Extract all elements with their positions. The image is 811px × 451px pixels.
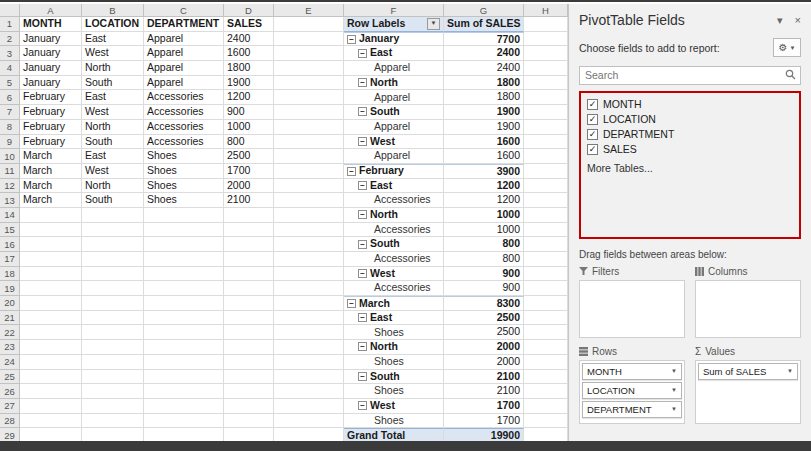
row-header-15[interactable]: 15 bbox=[0, 223, 20, 238]
row-header-16[interactable]: 16 bbox=[0, 237, 20, 252]
checkbox-location[interactable]: ✓ bbox=[587, 114, 598, 125]
pivot-label-cell[interactable]: Apparel bbox=[344, 61, 444, 76]
pivot-value-cell[interactable]: 800 bbox=[444, 252, 524, 267]
pivot-label-cell[interactable]: −West bbox=[344, 135, 444, 150]
row-header-26[interactable]: 26 bbox=[0, 384, 20, 399]
cell[interactable] bbox=[524, 370, 568, 385]
cell[interactable] bbox=[20, 267, 82, 282]
cell[interactable]: North bbox=[82, 61, 144, 76]
pivot-label-cell[interactable]: Accessories bbox=[344, 223, 444, 238]
cell[interactable] bbox=[274, 267, 344, 282]
cell[interactable]: Accessories bbox=[144, 120, 224, 135]
cell[interactable] bbox=[524, 149, 568, 164]
pivot-value-cell[interactable]: 900 bbox=[444, 281, 524, 296]
cell[interactable] bbox=[274, 149, 344, 164]
cell[interactable] bbox=[144, 281, 224, 296]
pivot-value-cell[interactable]: 1700 bbox=[444, 414, 524, 429]
cell[interactable] bbox=[20, 237, 82, 252]
row-header-19[interactable]: 19 bbox=[0, 281, 20, 296]
cell[interactable] bbox=[524, 164, 568, 179]
cell[interactable]: March bbox=[20, 164, 82, 179]
row-header-21[interactable]: 21 bbox=[0, 311, 20, 326]
cell[interactable] bbox=[82, 384, 144, 399]
pivot-value-cell[interactable]: 1200 bbox=[444, 193, 524, 208]
cell[interactable]: MONTH bbox=[20, 17, 82, 32]
cell[interactable]: 1600 bbox=[224, 46, 274, 61]
row-header-28[interactable]: 28 bbox=[0, 414, 20, 429]
cell[interactable]: North bbox=[82, 120, 144, 135]
row-header-6[interactable]: 6 bbox=[0, 90, 20, 105]
cell[interactable] bbox=[274, 61, 344, 76]
cell[interactable]: Apparel bbox=[144, 76, 224, 91]
cell[interactable] bbox=[524, 281, 568, 296]
cell[interactable]: 800 bbox=[224, 135, 274, 150]
pivot-label-cell[interactable]: −February bbox=[344, 164, 444, 179]
cell[interactable]: West bbox=[82, 164, 144, 179]
pivot-value-cell[interactable]: 1000 bbox=[444, 223, 524, 238]
cell[interactable] bbox=[524, 414, 568, 429]
pivot-label-cell[interactable]: −North bbox=[344, 340, 444, 355]
cell[interactable]: 2500 bbox=[224, 149, 274, 164]
field-item-sales[interactable]: ✓ SALES bbox=[587, 142, 793, 157]
cell[interactable] bbox=[20, 296, 82, 311]
cell[interactable] bbox=[144, 311, 224, 326]
cell[interactable] bbox=[274, 223, 344, 238]
collapse-button[interactable]: − bbox=[358, 78, 367, 87]
cell[interactable] bbox=[224, 340, 274, 355]
cell[interactable] bbox=[20, 311, 82, 326]
cell[interactable] bbox=[144, 267, 224, 282]
cell[interactable] bbox=[274, 370, 344, 385]
cell[interactable] bbox=[274, 179, 344, 194]
cell[interactable] bbox=[82, 399, 144, 414]
column-header-E[interactable]: E bbox=[274, 4, 344, 17]
cell[interactable] bbox=[274, 340, 344, 355]
chevron-down-icon[interactable]: ▼ bbox=[671, 368, 677, 374]
column-header-G[interactable]: G bbox=[444, 4, 524, 17]
pivot-label-cell[interactable]: Shoes bbox=[344, 384, 444, 399]
cell[interactable] bbox=[524, 267, 568, 282]
pivot-value-cell[interactable]: 2100 bbox=[444, 384, 524, 399]
row-header-4[interactable]: 4 bbox=[0, 61, 20, 76]
cell[interactable]: SALES bbox=[224, 17, 274, 32]
cell[interactable] bbox=[144, 208, 224, 223]
collapse-button[interactable]: − bbox=[358, 137, 367, 146]
pivot-value-cell[interactable]: 1800 bbox=[444, 76, 524, 91]
cell[interactable]: February bbox=[20, 105, 82, 120]
cell[interactable] bbox=[524, 193, 568, 208]
cell[interactable] bbox=[524, 311, 568, 326]
cell[interactable] bbox=[144, 399, 224, 414]
cell[interactable] bbox=[144, 340, 224, 355]
field-item-month[interactable]: ✓ MONTH bbox=[587, 97, 793, 112]
cell[interactable] bbox=[274, 237, 344, 252]
cell[interactable] bbox=[82, 311, 144, 326]
cell[interactable] bbox=[274, 281, 344, 296]
cell[interactable]: March bbox=[20, 149, 82, 164]
row-field-pill-location[interactable]: LOCATION ▼ bbox=[582, 382, 682, 399]
cell[interactable] bbox=[224, 355, 274, 370]
cell[interactable] bbox=[82, 340, 144, 355]
collapse-button[interactable]: − bbox=[347, 299, 356, 308]
pivot-value-cell[interactable]: 7700 bbox=[444, 32, 524, 47]
cell[interactable]: South bbox=[82, 76, 144, 91]
cell[interactable] bbox=[524, 252, 568, 267]
pivot-value-cell[interactable]: 1200 bbox=[444, 179, 524, 194]
row-header-27[interactable]: 27 bbox=[0, 399, 20, 414]
cell[interactable] bbox=[144, 414, 224, 429]
cell[interactable] bbox=[274, 76, 344, 91]
cell[interactable] bbox=[144, 237, 224, 252]
pivot-value-cell[interactable]: 2500 bbox=[444, 325, 524, 340]
row-header-23[interactable]: 23 bbox=[0, 340, 20, 355]
cell[interactable]: Apparel bbox=[144, 32, 224, 47]
pivot-label-cell[interactable]: Accessories bbox=[344, 193, 444, 208]
cell[interactable] bbox=[144, 355, 224, 370]
cell[interactable]: Accessories bbox=[144, 135, 224, 150]
cell[interactable]: East bbox=[82, 149, 144, 164]
pivot-value-cell[interactable]: 2100 bbox=[444, 370, 524, 385]
column-header-B[interactable]: B bbox=[82, 4, 144, 17]
collapse-button[interactable]: − bbox=[347, 35, 356, 44]
collapse-button[interactable]: − bbox=[358, 342, 367, 351]
cell[interactable] bbox=[524, 223, 568, 238]
cell[interactable]: February bbox=[20, 90, 82, 105]
cell[interactable] bbox=[224, 296, 274, 311]
column-header-H[interactable]: H bbox=[524, 4, 568, 17]
